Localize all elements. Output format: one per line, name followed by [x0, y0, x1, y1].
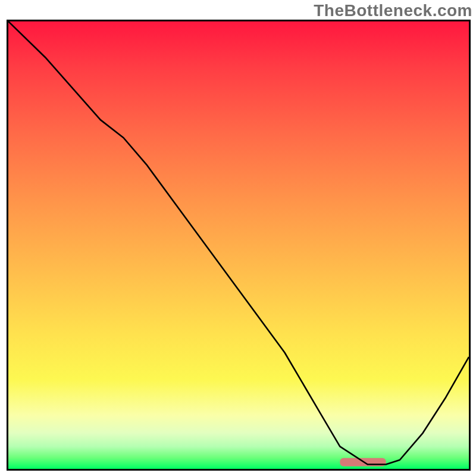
bottleneck-curve — [8, 21, 469, 465]
plot-area — [8, 21, 469, 469]
overlay-svg — [8, 21, 469, 469]
watermark-text: TheBottleneck.com — [314, 1, 472, 20]
plot-frame — [7, 20, 471, 471]
bottleneck-chart: TheBottleneck.com — [0, 0, 476, 476]
